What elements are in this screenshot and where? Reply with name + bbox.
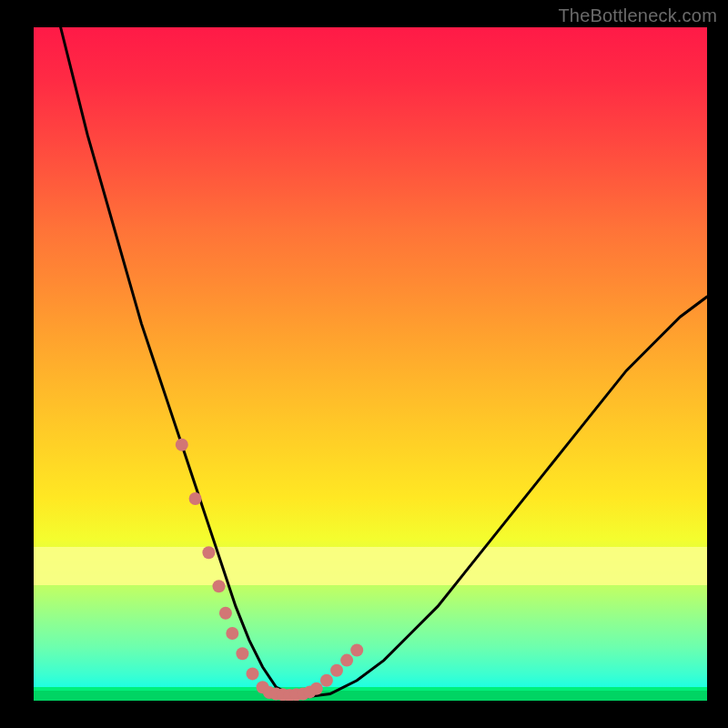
- marker-dot: [236, 647, 248, 660]
- watermark-text: TheBottleneck.com: [558, 5, 717, 26]
- chart-frame: TheBottleneck.com: [0, 0, 728, 728]
- yellow-band: [34, 547, 707, 585]
- curve-svg: [34, 27, 707, 701]
- marker-dot: [247, 667, 259, 680]
- marker-dot: [350, 644, 363, 657]
- marker-dot: [189, 492, 202, 505]
- green-strip-2: [34, 691, 707, 701]
- marker-dot: [219, 607, 232, 620]
- bottleneck-curve-path: [61, 27, 707, 697]
- marker-dot: [176, 439, 188, 451]
- marker-dot: [226, 627, 238, 640]
- marker-dot: [320, 674, 333, 687]
- marker-dot: [340, 654, 353, 667]
- marker-dot: [330, 664, 343, 677]
- plot-area: [34, 27, 707, 701]
